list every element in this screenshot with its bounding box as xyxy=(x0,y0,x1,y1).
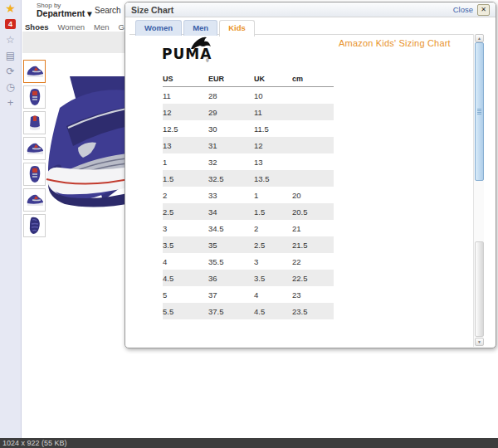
size-chart-modal: Size Chart Close ✕ Women Men Kids PUMA ®… xyxy=(124,2,496,348)
browser-sidebar: ★ 4 ☆ ▤ ⟳ ◷ + xyxy=(0,0,22,438)
size-table-header-row: US EUR UK cm xyxy=(163,73,334,87)
modal-title: Size Chart xyxy=(131,5,453,15)
scroll-down-icon[interactable]: ▼ xyxy=(475,338,484,346)
kids-size-panel: PUMA ® Amazon Kids' Sizing Chart US EUR … xyxy=(129,34,473,346)
close-link[interactable]: Close xyxy=(453,5,473,14)
tab-kids[interactable]: Kids xyxy=(219,20,255,37)
size-table-row: 233120 xyxy=(163,187,334,203)
scrollbar-thumb[interactable] xyxy=(475,42,484,181)
product-thumbnail-side[interactable] xyxy=(23,137,46,160)
chevron-down-icon: ▾ xyxy=(87,8,91,18)
size-table-row: 13213 xyxy=(163,153,334,170)
size-table-row: 4.5363.522.5 xyxy=(163,270,334,286)
department-label: Department ▾ xyxy=(37,9,92,18)
size-table-row: 5.537.54.523.5 xyxy=(163,303,334,319)
close-icon[interactable]: ✕ xyxy=(477,4,490,16)
chart-title: Amazon Kids' Sizing Chart xyxy=(339,38,471,48)
size-table-row: 334.5221 xyxy=(163,220,334,236)
history-clock-icon[interactable]: ◷ xyxy=(0,79,21,95)
tab-men[interactable]: Men xyxy=(183,20,217,36)
image-dimensions-label: 1024 x 922 (55 KB) xyxy=(2,439,67,447)
size-table-row: 537423 xyxy=(163,286,334,303)
product-thumbnail-sole[interactable] xyxy=(23,214,46,237)
size-table: US EUR UK cm 11281012291112.53011.513311… xyxy=(163,73,334,319)
size-table-row: 12.53011.5 xyxy=(163,120,334,137)
add-icon[interactable]: + xyxy=(0,95,21,110)
forum-logo-icon[interactable]: 4 xyxy=(0,16,21,32)
search-label[interactable]: Search xyxy=(95,6,121,15)
col-header-eur: EUR xyxy=(208,73,254,87)
product-main-image xyxy=(45,76,136,226)
nav-item-women[interactable]: Women xyxy=(58,22,85,32)
notes-icon[interactable]: ▤ xyxy=(0,47,21,63)
star-outline-icon[interactable]: ☆ xyxy=(0,32,21,47)
col-header-us: US xyxy=(163,73,208,87)
modal-scrollbar[interactable]: ▲ ▼ xyxy=(473,34,484,347)
puma-logo: PUMA ® xyxy=(162,38,215,66)
product-thumbnail-top[interactable] xyxy=(23,85,46,109)
category-nav: Shoes Women Men Girls Boy xyxy=(25,22,124,32)
size-table-row: 122911 xyxy=(163,104,334,120)
size-table-row: 1.532.513.5 xyxy=(163,170,334,187)
nav-item-men[interactable]: Men xyxy=(94,22,109,32)
size-table-row: 133112 xyxy=(163,137,334,153)
screenshot-root: ★ 4 ☆ ▤ ⟳ ◷ + Shop by Department ▾ Searc… xyxy=(0,0,498,448)
size-table-row: 435.5322 xyxy=(163,253,334,270)
tab-women[interactable]: Women xyxy=(135,20,182,36)
product-thumbnail-top[interactable] xyxy=(23,163,46,186)
status-bar: 1024 x 922 (55 KB) xyxy=(0,438,498,448)
size-table-row: 2.5341.520.5 xyxy=(163,203,334,220)
size-table-row: 3.5352.521.5 xyxy=(163,236,334,253)
size-table-row: 112810 xyxy=(163,87,334,105)
product-thumbnail-side[interactable] xyxy=(23,60,46,83)
nav-item-shoes[interactable]: Shoes xyxy=(25,22,49,32)
scroll-up-icon[interactable]: ▲ xyxy=(475,34,484,42)
col-header-uk: UK xyxy=(254,73,292,87)
bookmark-star-icon[interactable]: ★ xyxy=(0,0,21,16)
product-thumbnail-list xyxy=(23,60,46,237)
reload-icon[interactable]: ⟳ xyxy=(0,63,21,79)
col-header-cm: cm xyxy=(292,73,334,87)
registered-mark: ® xyxy=(206,58,209,63)
product-thumbnail-side[interactable] xyxy=(23,188,46,212)
modal-header: Size Chart Close ✕ xyxy=(125,2,496,17)
shop-by-department-menu[interactable]: Shop by Department ▾ xyxy=(37,2,92,18)
subnav-band xyxy=(22,32,124,53)
product-thumbnail-heel[interactable] xyxy=(23,111,46,134)
size-chart-tabs: Women Men Kids xyxy=(135,20,255,36)
puma-cat-icon xyxy=(190,37,212,50)
scrollbar-track-shade xyxy=(475,241,484,337)
